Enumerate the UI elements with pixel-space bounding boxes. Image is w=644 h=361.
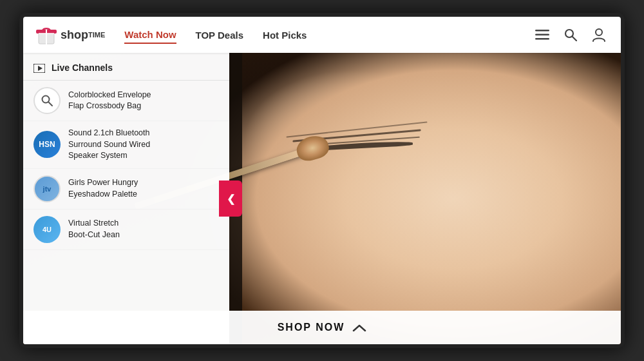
svg-rect-4 (535, 30, 549, 32)
svg-line-8 (573, 37, 576, 41)
channel-name-2: Sound 2.1ch BluetoothSurround Sound Wire… (68, 128, 150, 162)
logo: shopTIME (36, 24, 105, 45)
svg-point-9 (596, 29, 602, 35)
channel-item-1[interactable]: Colorblocked EnvelopeFlap Crossbody Bag (23, 81, 229, 121)
channel-name-4: Virtual StretchBoot-Cut Jean (68, 218, 120, 240)
channel-logo-1 (33, 87, 61, 114)
shop-now-bar[interactable]: SHOP NOW (23, 311, 621, 344)
screen: shopTIME Watch Now TOP Deals Hot Picks (23, 17, 621, 344)
nav-watch-now[interactable]: Watch Now (124, 26, 176, 44)
sidebar-title: Live Channels (52, 63, 113, 73)
channel-item-2[interactable]: HSN Sound 2.1ch BluetoothSurround Sound … (23, 121, 229, 169)
search-icon[interactable] (562, 26, 580, 44)
sidebar-header: Live Channels (23, 53, 229, 81)
logo-icon (36, 24, 57, 45)
nav-links: Watch Now TOP Deals Hot Picks (124, 26, 533, 44)
channel-item-4[interactable]: 4U Virtual StretchBoot-Cut Jean (23, 210, 229, 250)
channel-logo-3: jtv (33, 175, 61, 202)
channel-logo-4: 4U (33, 216, 61, 243)
shop-now-arrow-icon (352, 321, 366, 335)
svg-rect-5 (535, 34, 549, 36)
tv-frame: shopTIME Watch Now TOP Deals Hot Picks (19, 13, 625, 348)
svg-point-7 (565, 30, 573, 37)
navbar: shopTIME Watch Now TOP Deals Hot Picks (23, 17, 621, 53)
arrow-icon: ❮ (227, 193, 235, 205)
sidebar-panel: Live Channels Colorblocked EnvelopeFlap … (23, 53, 229, 344)
nav-top-deals[interactable]: TOP Deals (196, 27, 244, 43)
nav-hot-picks[interactable]: Hot Picks (263, 27, 307, 43)
logo-shop-text: shop (61, 28, 88, 42)
user-icon[interactable] (590, 26, 608, 44)
svg-marker-11 (38, 66, 43, 71)
channel-item-3[interactable]: jtv Girls Power HungryEyeshadow Palette (23, 169, 229, 210)
logo-time-text: TIME (88, 31, 105, 39)
shop-now-label: SHOP NOW (278, 322, 345, 333)
menu-icon[interactable] (533, 26, 551, 44)
channel-name-3: Girls Power HungryEyeshadow Palette (68, 177, 138, 200)
nav-icons (533, 26, 608, 44)
svg-line-13 (48, 102, 52, 106)
channel-name-1: Colorblocked EnvelopeFlap Crossbody Bag (68, 90, 151, 112)
channel-logo-2: HSN (33, 131, 61, 158)
main-content: Live Channels Colorblocked EnvelopeFlap … (23, 53, 621, 344)
sidebar-toggle-arrow[interactable]: ❮ (219, 180, 242, 217)
live-channels-icon (33, 62, 45, 73)
svg-rect-6 (535, 38, 549, 40)
